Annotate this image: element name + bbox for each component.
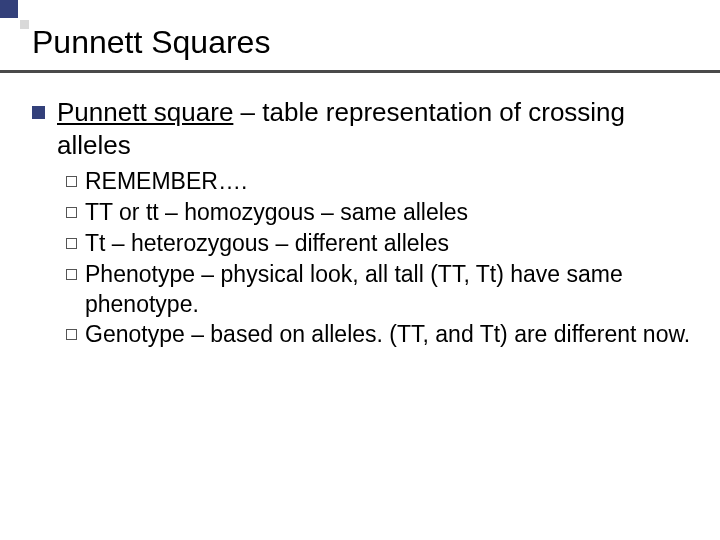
rest-text: – heterozygous – different alleles bbox=[105, 230, 449, 256]
square-bullet-icon bbox=[32, 106, 45, 119]
rest-text: or tt – homozygous – same alleles bbox=[113, 199, 468, 225]
rest-text: – based on alleles. (TT, and Tt) are dif… bbox=[185, 321, 690, 347]
list-item: Phenotype – physical look, all tall (TT,… bbox=[66, 260, 692, 320]
list-item-text: Genotype – based on alleles. (TT, and Tt… bbox=[85, 320, 692, 350]
term-underlined: Punnett square bbox=[57, 97, 233, 127]
sub-bullets: REMEMBER…. TT or tt – homozygous – same … bbox=[66, 167, 692, 350]
slide: Punnett Squares Punnett square – table r… bbox=[0, 0, 720, 540]
list-item-text: TT or tt – homozygous – same alleles bbox=[85, 198, 692, 228]
list-item-text: Tt – heterozygous – different alleles bbox=[85, 229, 692, 259]
lead-text: Tt bbox=[85, 230, 105, 256]
list-item: Genotype – based on alleles. (TT, and Tt… bbox=[66, 320, 692, 350]
deco-square-small bbox=[20, 20, 29, 29]
hollow-square-icon bbox=[66, 269, 77, 280]
hollow-square-icon bbox=[66, 329, 77, 340]
deco-square-large bbox=[0, 0, 18, 18]
list-item: Tt – heterozygous – different alleles bbox=[66, 229, 692, 259]
lead-text: Genotype bbox=[85, 321, 185, 347]
level1-text: Punnett square – table representation of… bbox=[57, 96, 692, 161]
list-item: TT or tt – homozygous – same alleles bbox=[66, 198, 692, 228]
list-item-text: Phenotype – physical look, all tall (TT,… bbox=[85, 260, 692, 320]
list-item-text: REMEMBER…. bbox=[85, 167, 692, 197]
hollow-square-icon bbox=[66, 176, 77, 187]
hollow-square-icon bbox=[66, 238, 77, 249]
hollow-square-icon bbox=[66, 207, 77, 218]
title-underline bbox=[0, 70, 720, 73]
lead-text: TT bbox=[85, 199, 113, 225]
lead-text: Phenotype bbox=[85, 261, 195, 287]
list-item: REMEMBER…. bbox=[66, 167, 692, 197]
bullet-level1: Punnett square – table representation of… bbox=[32, 96, 692, 161]
slide-title: Punnett Squares bbox=[32, 24, 270, 61]
slide-body: Punnett square – table representation of… bbox=[32, 96, 692, 351]
lead-text: REMEMBER…. bbox=[85, 168, 247, 194]
